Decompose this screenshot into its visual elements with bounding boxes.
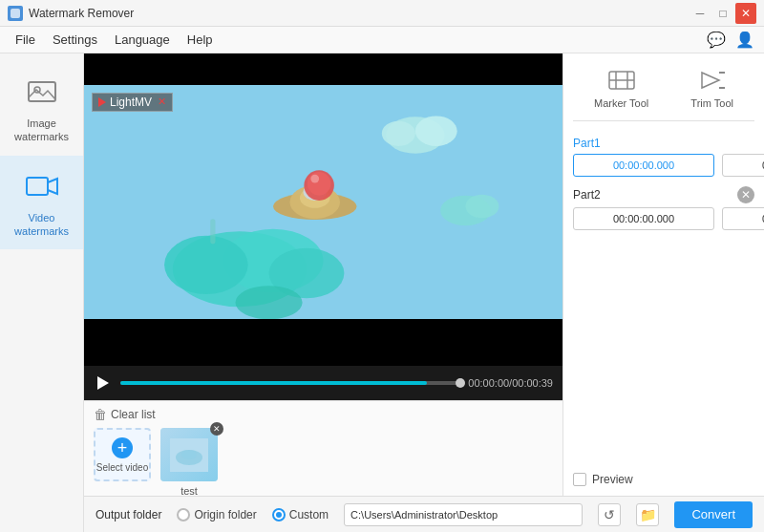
chat-icon-button[interactable]: 💬 — [705, 29, 728, 52]
video-tools-row: LightMV ✕ 00:00:00/00:00 — [84, 53, 764, 496]
part1-label: Part1 — [573, 137, 754, 150]
watermark-close-icon: ✕ — [158, 96, 166, 108]
video-thumbnail-test: ✕ test — [160, 428, 218, 481]
menu-language[interactable]: Language — [107, 29, 178, 51]
playback-controls: 00:00:00/00:00:39 — [84, 366, 562, 400]
svg-marker-31 — [702, 73, 719, 88]
sidebar-item-image-watermarks-label: Image watermarks — [8, 117, 75, 144]
menubar-right: 💬 👤 — [705, 29, 756, 52]
svg-point-19 — [308, 172, 331, 196]
add-video-label: Select video — [96, 462, 148, 473]
user-icon-button[interactable]: 👤 — [733, 29, 756, 52]
preview-row: Preview — [573, 473, 754, 486]
scene-svg — [84, 85, 562, 319]
menu-help[interactable]: Help — [180, 29, 221, 51]
svg-rect-0 — [11, 9, 20, 18]
clear-list-button[interactable]: 🗑 Clear list — [94, 407, 156, 422]
titlebar: Watermark Remover ─ □ ✕ — [0, 0, 764, 27]
custom-radio-group: Custom — [272, 508, 329, 521]
thumb-preview-svg — [170, 438, 208, 472]
watermark-overlay: LightMV ✕ — [92, 93, 173, 112]
tab-marker-tool[interactable]: Marker Tool — [583, 63, 660, 113]
sidebar-item-video-watermarks[interactable]: Video watermarks — [0, 156, 83, 250]
svg-rect-1 — [29, 82, 55, 101]
video-section: LightMV ✕ 00:00:00/00:00 — [84, 53, 563, 496]
refresh-button[interactable]: ↺ — [598, 503, 621, 526]
part2-delete-button[interactable]: ✕ — [737, 186, 754, 203]
origin-folder-radio-group: Origin folder — [177, 508, 256, 521]
trim-tool-icon — [697, 67, 728, 94]
tools-panel: Marker Tool Trim Tool — [563, 53, 764, 496]
trim-tool-label: Trim Tool — [690, 97, 733, 109]
minimize-button[interactable]: ─ — [690, 3, 711, 24]
parts-list: Part1 Part2 ✕ — [573, 137, 754, 461]
titlebar-left: Watermark Remover — [8, 6, 134, 21]
main-layout: Image watermarks Video watermarks — [0, 53, 764, 532]
video-thumb-preview — [160, 428, 218, 481]
watermark-text: LightMV — [110, 96, 152, 109]
menu-settings[interactable]: Settings — [45, 29, 105, 51]
menu-file[interactable]: File — [8, 29, 43, 51]
clear-list-label: Clear list — [111, 408, 156, 421]
svg-point-20 — [310, 174, 319, 182]
files-row: + Select video — [94, 428, 553, 481]
origin-folder-label: Origin folder — [194, 508, 256, 521]
svg-point-26 — [181, 450, 197, 459]
part1-start-input[interactable] — [573, 154, 714, 177]
trash-icon: 🗑 — [94, 407, 107, 422]
content-area: LightMV ✕ 00:00:00/00:00 — [84, 53, 764, 532]
part2-times — [573, 207, 754, 230]
add-video-button[interactable]: + Select video — [94, 428, 151, 481]
part1-name: Part1 — [573, 137, 601, 150]
video-thumb-close-button[interactable]: ✕ — [210, 422, 223, 436]
svg-point-13 — [465, 194, 499, 218]
svg-rect-23 — [210, 219, 215, 244]
custom-radio[interactable] — [272, 508, 286, 521]
play-button[interactable] — [94, 373, 113, 393]
svg-point-21 — [236, 286, 303, 319]
sidebar-item-video-watermarks-label: Video watermarks — [8, 211, 75, 239]
marker-tool-label: Marker Tool — [594, 97, 648, 109]
file-list-area: 🗑 Clear list + Select video — [84, 400, 562, 496]
origin-folder-radio[interactable] — [177, 508, 190, 521]
menubar-items: File Settings Language Help — [8, 29, 221, 51]
scene-background: LightMV ✕ — [84, 85, 562, 319]
part2-label: Part2 ✕ — [573, 186, 754, 203]
browse-button[interactable]: 📁 — [636, 503, 659, 526]
svg-rect-3 — [27, 178, 48, 195]
progress-thumb — [456, 378, 465, 388]
clear-list-row: 🗑 Clear list — [94, 407, 553, 422]
app-title: Watermark Remover — [29, 7, 134, 20]
video-watermarks-icon — [23, 167, 61, 205]
svg-point-10 — [164, 235, 248, 293]
svg-point-7 — [382, 120, 415, 145]
tools-tabs: Marker Tool Trim Tool — [573, 63, 754, 121]
bottom-bar: Output folder Origin folder Custom ↺ 📁 C… — [84, 496, 764, 532]
sidebar: Image watermarks Video watermarks — [0, 53, 84, 532]
video-frame: LightMV ✕ — [84, 53, 562, 366]
output-path-input[interactable] — [344, 503, 583, 526]
sidebar-item-image-watermarks[interactable]: Image watermarks — [0, 61, 83, 156]
part-row-2: Part2 ✕ — [573, 186, 754, 230]
preview-label: Preview — [592, 473, 633, 486]
menubar: File Settings Language Help 💬 👤 — [0, 27, 764, 53]
part2-start-input[interactable] — [573, 207, 714, 230]
convert-button[interactable]: Convert — [674, 501, 753, 528]
output-folder-label: Output folder — [96, 508, 161, 521]
window-controls: ─ □ ✕ — [690, 3, 756, 24]
part-row-1: Part1 — [573, 137, 754, 177]
time-display: 00:00:00/00:00:39 — [468, 377, 553, 389]
maximize-button[interactable]: □ — [712, 3, 733, 24]
close-button[interactable]: ✕ — [735, 3, 756, 24]
watermark-play-icon — [98, 97, 106, 107]
part1-end-input[interactable] — [722, 154, 764, 177]
part2-end-input[interactable] — [722, 207, 764, 230]
tab-trim-tool[interactable]: Trim Tool — [679, 63, 745, 113]
preview-checkbox[interactable] — [573, 473, 586, 486]
image-watermarks-icon — [23, 73, 61, 111]
play-icon — [97, 376, 109, 390]
svg-point-6 — [415, 116, 457, 146]
video-thumb-name: test — [160, 485, 218, 497]
marker-tool-icon — [606, 67, 637, 94]
progress-track[interactable] — [120, 381, 460, 385]
